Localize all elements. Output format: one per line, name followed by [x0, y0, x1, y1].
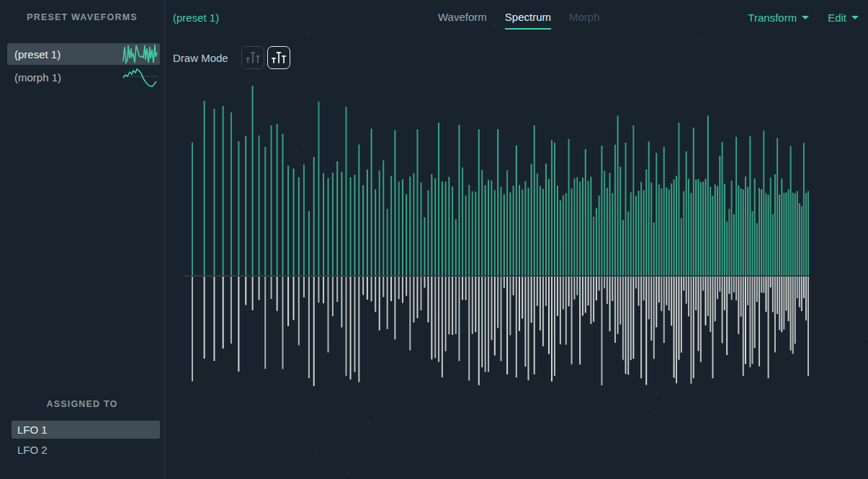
draw-bars-icon — [245, 50, 261, 66]
transform-menu-label: Transform — [748, 12, 797, 24]
tab-morph[interactable]: Morph — [569, 11, 600, 30]
spectrum-baseline — [184, 275, 809, 277]
morph-1-label: (morph 1) — [7, 71, 61, 84]
preset-waveforms-header: PRESET WAVEFORMS — [0, 12, 164, 22]
assigned-item-lfo-1[interactable]: LFO 1 — [12, 421, 160, 439]
edit-menu-button[interactable]: Edit — [828, 12, 859, 24]
tab-spectrum[interactable]: Spectrum — [505, 11, 551, 30]
sidebar-item-preset-1[interactable]: (preset 1) — [7, 43, 160, 65]
draw-mode-label: Draw Mode — [173, 52, 228, 64]
sidebar: PRESET WAVEFORMS (preset 1) (morph 1) AS… — [0, 0, 164, 479]
current-preset-label: (preset 1) — [173, 12, 219, 24]
amplitude-bars[interactable] — [192, 86, 809, 275]
menu-bar: Transform Edit — [748, 12, 859, 24]
chevron-down-icon — [802, 16, 809, 19]
view-tabs: Waveform Spectrum Morph — [438, 11, 600, 30]
draw-bars-icon — [271, 50, 287, 66]
sidebar-divider — [164, 0, 165, 479]
draw-mode-single-bar-button[interactable] — [241, 46, 264, 69]
lfo-1-label: LFO 1 — [12, 424, 48, 436]
morph-1-waveform-thumbnail — [122, 64, 158, 90]
lfo-2-label: LFO 2 — [12, 444, 48, 456]
transform-menu-button[interactable]: Transform — [748, 12, 809, 24]
chevron-down-icon — [851, 16, 859, 19]
assigned-item-lfo-2[interactable]: LFO 2 — [12, 441, 160, 459]
draw-mode-buttons — [241, 46, 290, 69]
assigned-to-header: ASSIGNED TO — [0, 399, 164, 409]
preset-1-label: (preset 1) — [7, 48, 61, 61]
edit-menu-label: Edit — [828, 12, 846, 24]
sidebar-item-morph-1[interactable]: (morph 1) — [7, 66, 160, 88]
tab-waveform[interactable]: Waveform — [438, 11, 487, 30]
preset-1-waveform-thumbnail — [122, 41, 158, 67]
draw-mode-multi-bar-button[interactable] — [267, 46, 290, 69]
phase-bars[interactable] — [192, 277, 809, 386]
